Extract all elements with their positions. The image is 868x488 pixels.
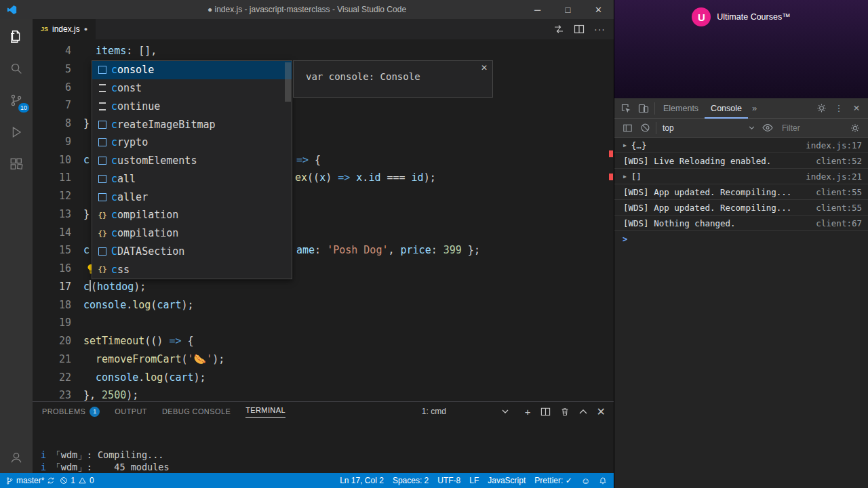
line-number: 14 (33, 224, 83, 242)
suggestion-item[interactable]: CDATASection (92, 243, 292, 261)
vscode-logo-icon (7, 5, 17, 15)
code-editor[interactable]: 4 items: [],5678}910c=> {11ex((x) => x.i… (33, 39, 614, 401)
feedback-smiley-icon[interactable]: ☺ (581, 476, 590, 486)
encoding[interactable]: UTF-8 (437, 476, 460, 485)
suggestion-item[interactable]: console (92, 61, 292, 79)
devtools-tab-elements[interactable]: Elements (657, 98, 705, 119)
console-sidebar-icon[interactable] (618, 123, 636, 133)
clear-console-icon[interactable] (636, 123, 654, 133)
language-mode[interactable]: JavaScript (488, 476, 526, 485)
modified-dot-icon[interactable]: ● (84, 26, 87, 33)
split-editor-icon[interactable] (574, 24, 585, 35)
sidebar-item-search[interactable] (0, 52, 33, 84)
code-line[interactable]: 17c(hotdog); (33, 278, 614, 296)
suggestion-item[interactable]: {}compilation (92, 206, 292, 224)
sidebar-item-source-control[interactable]: 10 (0, 84, 33, 116)
open-changes-icon[interactable] (553, 24, 564, 35)
tab-index-js[interactable]: JS index.js ● (33, 19, 96, 39)
source-link[interactable]: index.js:17 (800, 140, 862, 150)
live-expression-eye-icon[interactable] (759, 123, 776, 132)
code-line[interactable]: 18console.log(cart); (33, 296, 614, 314)
git-branch-status[interactable]: master* (5, 476, 55, 485)
source-link[interactable]: client:55 (810, 203, 862, 213)
split-terminal-icon[interactable] (540, 407, 551, 417)
suggestion-item[interactable]: caller (92, 188, 292, 206)
suggestion-item[interactable]: {}css (92, 260, 292, 279)
site-title: Ultimate Courses™ (717, 12, 790, 22)
suggestion-item[interactable]: {}compilation (92, 224, 292, 243)
frame-context-select[interactable]: top (663, 123, 755, 133)
suggestion-label: crypto (111, 136, 148, 148)
code-line[interactable]: 4 items: [], (33, 42, 614, 60)
sync-icon[interactable] (47, 476, 55, 485)
eol[interactable]: LF (469, 476, 479, 485)
device-toolbar-icon[interactable] (635, 103, 652, 114)
console-filter-input[interactable] (782, 123, 825, 133)
console-message[interactable]: [WDS] Live Reloading enabled.client:52 (614, 153, 868, 169)
devtools-settings-icon[interactable] (812, 103, 830, 113)
overview-ruler-error-mark (609, 174, 613, 180)
expand-caret-icon[interactable]: ▶ (623, 142, 627, 148)
code-line[interactable]: 19 (33, 314, 614, 332)
suggestion-item[interactable]: createImageBitmap (92, 115, 292, 134)
close-button[interactable]: ✕ (583, 0, 614, 19)
console-settings-icon[interactable] (846, 123, 864, 133)
maximize-button[interactable]: □ (553, 0, 583, 19)
terminal-shell-select[interactable]: 1: cmd (422, 407, 509, 416)
panel-tab-problems[interactable]: PROBLEMS1 (42, 402, 100, 421)
maximize-panel-icon[interactable] (579, 409, 587, 414)
dropdown-scrollbar[interactable] (285, 62, 291, 102)
code-line[interactable]: 23}, 2500); (33, 386, 614, 401)
console-prompt[interactable]: > (614, 231, 868, 244)
titlebar[interactable]: ● index.js - javascript-masterclass - Vi… (0, 0, 614, 19)
formatter-status[interactable]: Prettier: ✓ (534, 476, 572, 485)
console-message[interactable]: ▶[]index.js:21 (614, 169, 868, 184)
source-link[interactable]: index.js:21 (800, 171, 862, 182)
more-actions-icon[interactable]: ··· (594, 24, 606, 35)
source-link[interactable]: client:67 (810, 218, 862, 228)
expand-caret-icon[interactable]: ▶ (623, 174, 627, 180)
devtools-tab-console[interactable]: Console (705, 98, 748, 119)
more-tabs-icon[interactable]: » (748, 103, 761, 113)
error-count: 1 (71, 476, 75, 485)
source-link[interactable]: client:52 (810, 156, 862, 166)
sidebar-item-extensions[interactable] (0, 148, 33, 180)
devtools-menu-icon[interactable]: ⋮ (830, 103, 848, 113)
code-line[interactable]: 20setTimeout(() => { (33, 332, 614, 350)
notifications-bell-icon[interactable] (599, 476, 607, 485)
suggestion-item[interactable]: crypto (92, 134, 292, 152)
code-line[interactable]: 21 removeFromCart('🌭'); (33, 350, 614, 369)
account-icon[interactable] (0, 441, 33, 473)
sidebar-item-run-debug[interactable] (0, 116, 33, 148)
cursor-position[interactable]: Ln 17, Col 2 (340, 476, 384, 485)
line-number: 15 (33, 241, 83, 260)
problems-status[interactable]: 1 0 (60, 476, 94, 485)
tooltip-close-icon[interactable]: ✕ (481, 63, 488, 73)
keyword-icon (96, 102, 109, 110)
devtools-close-icon[interactable]: ✕ (848, 103, 865, 113)
console-message[interactable]: ▶{…}index.js:17 (614, 138, 868, 153)
line-number: 13 (33, 205, 83, 224)
panel-tab-debug-console[interactable]: DEBUG CONSOLE (162, 402, 231, 421)
suggestion-item[interactable]: continue (92, 98, 292, 116)
inspect-element-icon[interactable] (617, 103, 635, 114)
minimize-button[interactable]: ─ (522, 0, 553, 19)
kill-terminal-icon[interactable] (560, 407, 570, 417)
new-terminal-icon[interactable]: + (525, 406, 531, 418)
close-panel-icon[interactable]: ✕ (597, 405, 606, 418)
console-message[interactable]: [WDS] App updated. Recompiling...client:… (614, 184, 868, 200)
suggestion-item[interactable]: call (92, 170, 292, 188)
devtools-toolbar: Elements Console » ⋮ ✕ (614, 98, 868, 119)
line-number: 8 (33, 115, 83, 133)
console-message[interactable]: [WDS] Nothing changed.client:67 (614, 216, 868, 231)
site-brand[interactable]: U Ultimate Courses™ (692, 7, 790, 26)
suggestion-item[interactable]: const (92, 79, 292, 98)
code-line[interactable]: 22 console.log(cart); (33, 369, 614, 387)
panel-tab-terminal[interactable]: TERMINAL (245, 402, 285, 421)
suggestion-item[interactable]: customElements (92, 152, 292, 170)
panel-tab-output[interactable]: OUTPUT (115, 402, 147, 421)
indentation[interactable]: Spaces: 2 (393, 476, 429, 485)
source-link[interactable]: client:55 (810, 187, 862, 197)
console-message[interactable]: [WDS] App updated. Recompiling...client:… (614, 200, 868, 216)
sidebar-item-explorer[interactable] (0, 20, 33, 52)
